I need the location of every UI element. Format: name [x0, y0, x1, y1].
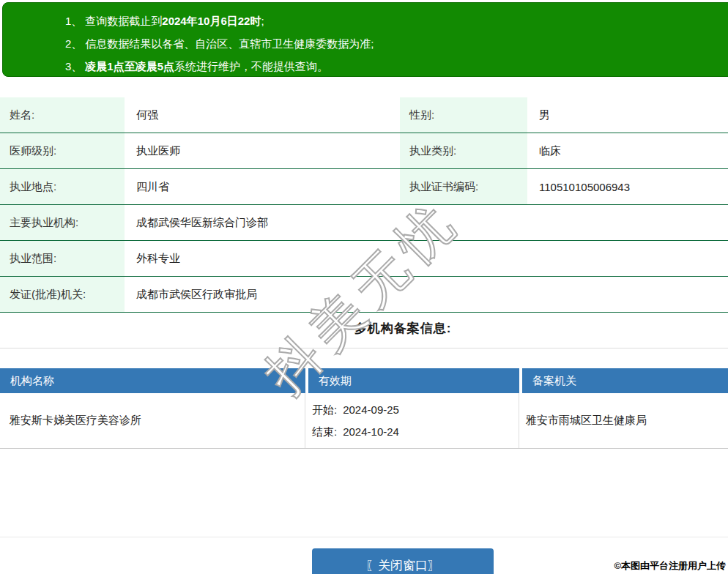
content-area: 1、查询数据截止到2024年10月6日22时; 2、信息数据结果以各省、自治区、… — [0, 0, 728, 574]
notice-text-bold: 凌晨1点至凌晨5点 — [85, 60, 174, 72]
practice-scope-label: 执业范围: — [0, 241, 125, 277]
notice-number: 3、 — [65, 60, 82, 72]
notice-number: 1、 — [65, 15, 82, 27]
main-institution-value: 成都武侯华医新综合门诊部 — [125, 205, 728, 241]
filing-authority-cell: 雅安市雨城区卫生健康局 — [519, 393, 728, 448]
practice-category-label: 执业类别: — [400, 133, 527, 169]
bottom-divider — [0, 537, 728, 537]
gender-value: 男 — [527, 97, 728, 133]
upload-credit: ©本图由平台注册用户上传 — [614, 559, 726, 573]
notice-text-bold: 2024年10月6日22时 — [162, 15, 261, 27]
start-label: 开始: — [312, 403, 337, 416]
filing-validity-cell: 开始:2024-09-25 结束:2024-10-24 — [305, 393, 519, 448]
name-label: 姓名: — [0, 97, 125, 133]
multi-org-filing-title: 多机构备案信息: — [0, 308, 728, 348]
issuing-authority-value: 成都市武侯区行政审批局 — [125, 277, 728, 313]
notice-text: ; — [261, 15, 264, 27]
issuing-authority-label: 发证(批准)机关: — [0, 277, 125, 313]
notice-number: 2、 — [65, 37, 82, 50]
notice-text: 系统进行维护，不能提供查询。 — [174, 60, 328, 72]
name-value: 何强 — [125, 97, 400, 133]
filing-col-org-header: 机构名称 — [0, 368, 305, 393]
practice-location-label: 执业地点: — [0, 169, 125, 205]
notice-banner: 1、查询数据截止到2024年10月6日22时; 2、信息数据结果以各省、自治区、… — [2, 2, 728, 77]
info-row-level-category: 医师级别: 执业医师 执业类别: 临床 — [0, 133, 728, 169]
gender-label: 性别: — [400, 97, 527, 133]
info-row-name-gender: 姓名: 何强 性别: 男 — [0, 97, 728, 133]
notice-text: 信息数据结果以各省、自治区、直辖市卫生健康委数据为准; — [85, 37, 374, 50]
info-row-practice-scope: 执业范围: 外科专业 — [0, 241, 728, 277]
end-date: 2024-10-24 — [343, 425, 399, 438]
practice-category-value: 临床 — [527, 133, 728, 169]
info-row-issuing-authority: 发证(批准)机关: 成都市武侯区行政审批局 — [0, 277, 728, 313]
validity-start-line: 开始:2024-09-25 — [312, 399, 519, 421]
end-label: 结束: — [312, 425, 337, 438]
query-result-page: 1、查询数据截止到2024年10月6日22时; 2、信息数据结果以各省、自治区、… — [0, 0, 728, 574]
notice-line-1: 1、查询数据截止到2024年10月6日22时; — [65, 10, 728, 32]
info-row-main-institution: 主要执业机构: 成都武侯华医新综合门诊部 — [0, 205, 728, 241]
practice-scope-value: 外科专业 — [125, 241, 728, 277]
filing-col-authority-header: 备案机关 — [522, 368, 728, 393]
doctor-level-value: 执业医师 — [125, 133, 400, 169]
filing-table: 机构名称 有效期 备案机关 雅安斯卡娣美医疗美容诊所 开始:2024-09-25… — [0, 368, 728, 449]
doctor-level-label: 医师级别: — [0, 133, 125, 169]
filing-col-validity-header: 有效期 — [308, 368, 519, 393]
license-number-value: 110510105006943 — [527, 169, 728, 205]
filing-table-row: 雅安斯卡娣美医疗美容诊所 开始:2024-09-25 结束:2024-10-24… — [0, 393, 728, 449]
filing-org-cell: 雅安斯卡娣美医疗美容诊所 — [0, 393, 305, 448]
close-window-button[interactable]: 〖关闭窗口〗 — [312, 548, 494, 574]
validity-end-line: 结束:2024-10-24 — [312, 421, 519, 443]
notice-line-2: 2、信息数据结果以各省、自治区、直辖市卫生健康委数据为准; — [65, 32, 728, 55]
practice-location-value: 四川省 — [125, 169, 400, 205]
practitioner-info-table: 姓名: 何强 性别: 男 医师级别: 执业医师 执业类别: 临床 执业地点: 四… — [0, 97, 728, 313]
license-number-label: 执业证书编码: — [400, 169, 527, 205]
main-institution-label: 主要执业机构: — [0, 205, 125, 241]
notice-text: 查询数据截止到 — [85, 15, 162, 27]
start-date: 2024-09-25 — [343, 403, 399, 416]
notice-line-3: 3、凌晨1点至凌晨5点系统进行维护，不能提供查询。 — [65, 55, 728, 78]
info-row-location-license: 执业地点: 四川省 执业证书编码: 110510105006943 — [0, 169, 728, 205]
filing-table-header: 机构名称 有效期 备案机关 — [0, 368, 728, 393]
